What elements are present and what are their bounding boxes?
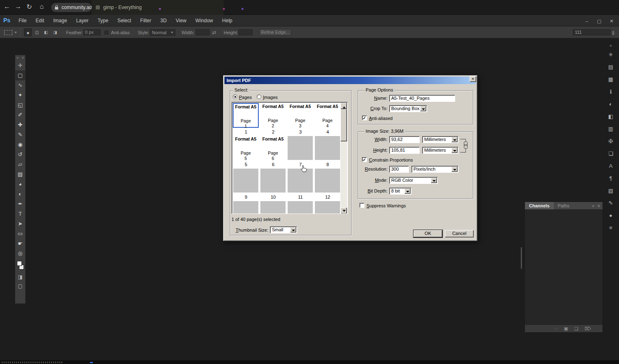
styles-panel-icon[interactable]: ◧ [605,110,617,123]
menu-item-file[interactable]: File [14,15,31,26]
paragraph-panel-icon[interactable]: ¶ [605,172,617,185]
refine-edge-button[interactable]: Refine Edge... [259,29,291,36]
suppress-warnings-label[interactable]: Suppress Warnings [366,203,406,208]
blur-tool[interactable]: ◕ [15,179,25,189]
path-selection-tool[interactable]: ➤ [15,219,25,229]
collapse-panels-icon[interactable]: « [605,43,617,49]
eyedropper-tool[interactable]: ✐ [15,110,25,120]
resolution-field[interactable]: 300 [389,166,409,173]
cancel-button[interactable]: Cancel [445,230,474,237]
height-field[interactable] [239,29,253,35]
pdf-page-cell[interactable]: 8 [314,135,341,168]
save-selection-as-channel-icon[interactable]: ▣ [564,325,568,332]
scrollbar-thumb[interactable] [340,109,347,141]
new-channel-icon[interactable]: ❏ [574,325,579,332]
panel-collapse-icon[interactable]: » [592,202,595,209]
bit-depth-dropdown[interactable]: 8 bit [389,188,411,195]
pdf-page-cell[interactable]: Format A5Page44 [314,103,341,135]
menu-item-window[interactable]: Window [191,15,218,26]
feather-field[interactable]: 0 px [83,29,101,35]
menu-item-3d[interactable]: 3D [156,15,171,26]
menu-item-select[interactable]: Select [113,15,135,26]
spinner-arrows-icon[interactable] [612,30,614,36]
name-field[interactable]: A5-Test_40_Pages [389,95,455,102]
eraser-tool[interactable]: ▱ [15,160,25,169]
misc-value-field[interactable]: 111 [573,29,611,35]
color-panel-icon[interactable]: ▤ [605,61,617,73]
menu-item-layer[interactable]: Layer [71,15,93,26]
type-tool[interactable]: T [15,209,25,219]
load-channel-selection-icon[interactable]: ◌ [555,325,558,332]
new-selection-icon[interactable]: ■ [24,28,32,36]
brush-tool[interactable]: ✎ [15,130,25,140]
address-bar[interactable]: community.ad [51,3,92,12]
reload-icon[interactable]: ↻ [25,3,34,11]
character-panel-icon[interactable]: A [605,160,617,172]
style-dropdown[interactable]: Normal [150,29,175,36]
menu-item-edit[interactable]: Edit [31,15,49,26]
width-unit-dropdown[interactable]: Millimeters [422,136,458,143]
pdf-page-cell[interactable] [260,200,287,214]
adjustments-panel-icon[interactable]: ◐ [605,98,617,110]
menu-item-filter[interactable]: Filter [136,15,156,26]
pen-tool[interactable]: ✒ [15,199,25,209]
crop-tool[interactable]: ◱ [15,100,25,110]
scroll-down-button[interactable] [340,207,347,214]
clone-source-panel-icon[interactable]: ❏ [605,148,617,160]
mode-dropdown[interactable]: RGB Color [389,177,438,184]
pdf-page-cell[interactable]: Format A5Page33 [287,103,314,135]
clone-stamp-tool[interactable]: ◉ [15,140,25,150]
notes-panel-icon[interactable]: ✎ [605,197,617,209]
panel-menu-icon[interactable]: ≡ [598,202,600,209]
dialog-close-button[interactable]: ✕ [470,76,476,82]
ok-button[interactable]: OK [413,230,442,237]
pdf-page-cell[interactable]: Format A5Page11 [232,103,260,135]
pdf-page-cell[interactable]: 9 [232,168,260,200]
resolution-unit-dropdown[interactable]: Pixels/Inch [411,166,458,173]
menu-item-help[interactable]: Help [217,15,237,26]
menu-item-view[interactable]: View [171,15,191,26]
anti-aliased-label[interactable]: Anti-aliased [369,116,392,121]
back-icon[interactable]: ← [2,3,12,10]
scroll-up-button[interactable] [340,103,347,109]
workspace-icon[interactable]: ✳ [605,49,617,61]
gradient-tool[interactable]: ▨ [15,169,25,179]
close-panel-icon[interactable]: × [22,56,24,60]
crop-to-dropdown[interactable]: Bounding Box [389,105,427,112]
rectangular-marquee-tool[interactable]: ▢ [15,70,25,80]
pdf-page-cell[interactable] [287,200,314,214]
screen-mode-icon[interactable]: ▢ [15,282,25,291]
collapse-panel-icon[interactable]: » [17,56,19,60]
minimize-button[interactable]: – [582,17,592,24]
info-panel-icon[interactable]: ℹ [605,86,617,98]
histogram-panel-icon[interactable]: ▥ [605,123,617,135]
tab-channels[interactable]: Channels [525,202,554,209]
subtract-from-selection-icon[interactable]: ◧ [42,28,50,36]
anti-alias-checkbox[interactable] [104,31,109,35]
swap-dimensions-icon[interactable]: ⇄ [212,30,216,35]
pdf-page-cell[interactable]: Format A5Page66 [260,135,287,168]
pdf-page-cell[interactable]: Format A5Page55 [232,135,260,168]
magic-wand-tool[interactable]: ✦ [15,90,25,100]
thumbnail-size-dropdown[interactable]: Small [270,226,297,233]
home-icon[interactable]: ⌂ [37,3,46,10]
pdf-page-cell[interactable]: Format A5Page22 [260,103,287,135]
intersect-selection-icon[interactable]: ◨ [51,28,59,36]
pdf-page-cell[interactable]: 12 [314,168,341,200]
constrain-proportions-checkbox[interactable]: ✓ [362,157,367,162]
dialog-titlebar[interactable]: Import PDF [224,77,476,84]
pdf-page-cell[interactable] [232,200,260,214]
swatches-panel-icon[interactable]: ▦ [605,73,617,86]
pdf-page-cell[interactable] [314,200,341,214]
move-tool[interactable]: ✛ [15,61,25,70]
menu-item-type[interactable]: Type [93,15,113,26]
pages-radio-label[interactable]: Pages [239,95,252,100]
close-window-button[interactable]: ✕ [607,17,617,24]
menu-item-image[interactable]: Image [49,15,71,26]
add-to-selection-icon[interactable]: ◫ [33,28,41,36]
image-width-field[interactable]: 93,62 [389,136,420,143]
chevron-down-icon[interactable] [14,32,17,35]
layer-comps-panel-icon[interactable]: ▧ [605,185,617,197]
tool-preset-icon[interactable] [4,30,12,35]
dock-scroll-handle[interactable] [521,247,522,269]
